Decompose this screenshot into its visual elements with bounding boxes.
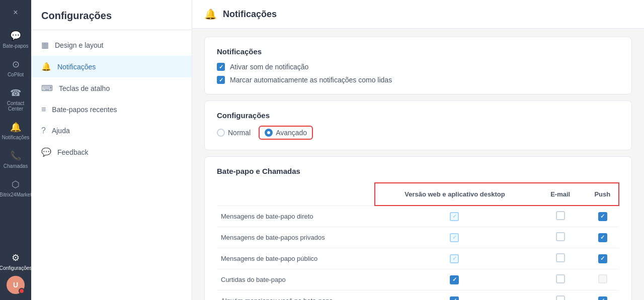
sidebar-item-bate-papos[interactable]: 💬 Bate-papos bbox=[0, 25, 31, 54]
row-label-1: Mensagens de bate-papos privados bbox=[217, 227, 375, 248]
sidebar-item-bate-papos-recentes[interactable]: ≡ Bate-papos recentes bbox=[31, 99, 192, 120]
sidebar-item-feedback[interactable]: 💬 Feedback bbox=[31, 141, 192, 163]
sidebar-item-teclas-atalho[interactable]: ⌨ Teclas de atalho bbox=[31, 77, 192, 99]
cell-push-0[interactable]: ✓ bbox=[587, 206, 619, 227]
main-header: 🔔 Notificações bbox=[192, 0, 644, 29]
main-title: Notificações bbox=[223, 9, 277, 20]
cell-web-0[interactable]: ✓ bbox=[375, 206, 534, 227]
market-icon: ⬡ bbox=[12, 179, 20, 190]
contact-center-icon: ☎ bbox=[10, 87, 21, 98]
auto-read-checkbox[interactable] bbox=[217, 76, 225, 84]
sidebar-menu: ▦ Design e layout 🔔 Notificações ⌨ Tecla… bbox=[31, 30, 192, 167]
normal-radio-option[interactable]: Normal bbox=[217, 129, 251, 137]
avancado-radio[interactable] bbox=[265, 129, 273, 137]
cell-web-1[interactable]: ✓ bbox=[375, 227, 534, 248]
avancado-radio-highlight: Avançado bbox=[259, 126, 313, 140]
radio-group: Normal Avançado bbox=[217, 126, 619, 140]
sidebar-item-contact-center[interactable]: ☎ Contact Center bbox=[0, 82, 31, 117]
design-layout-icon: ▦ bbox=[41, 40, 49, 50]
table-row: Curtidas do bate-papo✓ bbox=[217, 269, 619, 290]
notif-table: Versão web e aplicativo desktop E-mail P… bbox=[217, 182, 619, 300]
sidebar: Configurações ▦ Design e layout 🔔 Notifi… bbox=[31, 0, 192, 300]
row-label-3: Curtidas do bate-papo bbox=[217, 269, 375, 290]
cell-web-3[interactable]: ✓ bbox=[375, 269, 534, 290]
keyboard-icon: ⌨ bbox=[41, 83, 53, 93]
normal-radio-label: Normal bbox=[228, 129, 251, 137]
avatar-status-badge bbox=[19, 288, 25, 294]
auto-read-label: Marcar automaticamente as notificações c… bbox=[230, 76, 392, 84]
col-header-web: Versão web e aplicativo desktop bbox=[375, 183, 534, 206]
sound-checkbox-row: Ativar som de notificação bbox=[217, 63, 619, 71]
sidebar-title: Configurações bbox=[31, 0, 192, 30]
sound-checkbox[interactable] bbox=[217, 63, 225, 71]
chat-icon: 💬 bbox=[10, 30, 21, 41]
cell-push-2[interactable]: ✓ bbox=[587, 248, 619, 269]
sidebar-item-configuracoes[interactable]: ⚙ Configurações bbox=[0, 247, 31, 276]
sidebar-item-design-layout[interactable]: ▦ Design e layout bbox=[31, 34, 192, 56]
col-header-email: E-mail bbox=[534, 183, 587, 206]
table-row: Alguém mencionou você no bate-papo✓✓ bbox=[217, 290, 619, 301]
configuracoes-card-title: Configurações bbox=[217, 111, 619, 120]
normal-radio[interactable] bbox=[217, 129, 225, 137]
avatar-wrapper: U bbox=[7, 276, 25, 294]
bate-papo-chamadas-title: Bate-papo e Chamadas bbox=[217, 167, 619, 175]
cell-web-4[interactable]: ✓ bbox=[375, 290, 534, 301]
header-bell-icon: 🔔 bbox=[204, 8, 217, 20]
notificacoes-card-title: Notificações bbox=[217, 47, 619, 56]
table-row: Mensagens de bate-papos privados✓✓ bbox=[217, 227, 619, 248]
table-row: Mensagens de bate-papo direto✓✓ bbox=[217, 206, 619, 227]
row-label-2: Mensagens de bate-papo público bbox=[217, 248, 375, 269]
cell-web-2[interactable]: ✓ bbox=[375, 248, 534, 269]
copilot-icon: ⊙ bbox=[12, 59, 20, 70]
table-row: Mensagens de bate-papo público✓✓ bbox=[217, 248, 619, 269]
bell-menu-icon: 🔔 bbox=[41, 62, 51, 71]
bell-icon: 🔔 bbox=[10, 122, 21, 133]
col-header-push: Push bbox=[587, 183, 619, 206]
cell-email-2[interactable] bbox=[534, 248, 587, 269]
avancado-radio-label: Avançado bbox=[276, 129, 307, 137]
sidebar-item-copilot[interactable]: ⊙ CoPilot bbox=[0, 54, 31, 82]
sound-label: Ativar som de notificação bbox=[230, 63, 308, 71]
cell-email-3[interactable] bbox=[534, 269, 587, 290]
cell-push-3[interactable] bbox=[587, 269, 619, 290]
sidebar-item-chamadas[interactable]: 📞 Chamadas bbox=[0, 145, 31, 174]
col-header-label bbox=[217, 183, 375, 206]
bate-papo-chamadas-card: Bate-papo e Chamadas Versão web e aplica… bbox=[204, 156, 632, 300]
phone-icon: 📞 bbox=[10, 150, 21, 161]
main-body: Notificações Ativar som de notificação M… bbox=[192, 29, 644, 300]
sidebar-item-ajuda[interactable]: ? Ajuda bbox=[31, 120, 192, 141]
main-content: 🔔 Notificações Notificações Ativar som d… bbox=[192, 0, 644, 300]
sidebar-item-notificacoes[interactable]: 🔔 Notificações bbox=[0, 117, 31, 145]
icon-bar: × 💬 Bate-papos ⊙ CoPilot ☎ Contact Cente… bbox=[0, 0, 31, 300]
gear-icon: ⚙ bbox=[12, 252, 20, 263]
row-label-4: Alguém mencionou você no bate-papo bbox=[217, 290, 375, 301]
cell-email-0[interactable] bbox=[534, 206, 587, 227]
configuracoes-card: Configurações Normal Avançado bbox=[204, 101, 632, 150]
sidebar-item-market[interactable]: ⬡ Bitrix24Market bbox=[0, 174, 31, 203]
auto-read-checkbox-row: Marcar automaticamente as notificações c… bbox=[217, 76, 619, 84]
sidebar-item-notificacoes[interactable]: 🔔 Notificações bbox=[31, 56, 192, 77]
cell-email-4[interactable] bbox=[534, 290, 587, 301]
feedback-icon: 💬 bbox=[41, 147, 51, 157]
list-icon: ≡ bbox=[41, 105, 46, 114]
cell-push-1[interactable]: ✓ bbox=[587, 227, 619, 248]
close-button[interactable]: × bbox=[9, 4, 22, 21]
cell-push-4[interactable]: ✓ bbox=[587, 290, 619, 301]
cell-email-1[interactable] bbox=[534, 227, 587, 248]
row-label-0: Mensagens de bate-papo direto bbox=[217, 206, 375, 227]
avancado-radio-option[interactable]: Avançado bbox=[265, 129, 307, 137]
notificacoes-card: Notificações Ativar som de notificação M… bbox=[204, 37, 632, 94]
help-icon: ? bbox=[41, 126, 46, 135]
